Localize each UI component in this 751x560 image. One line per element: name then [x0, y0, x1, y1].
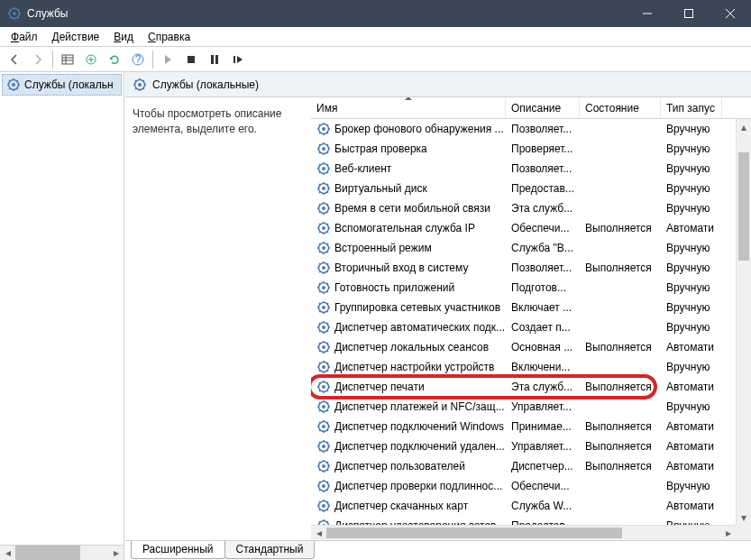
service-start: Вручную — [661, 162, 722, 175]
gear-icon — [316, 161, 331, 176]
table-row[interactable]: Диспетчер печатиЭта служб...ВыполняетсяА… — [311, 377, 751, 397]
table-row[interactable]: Диспетчер локальных сеансовОсновная ...В… — [311, 337, 751, 357]
table-row[interactable]: Группировка сетевых участниковВключает .… — [311, 298, 751, 317]
menu-action[interactable]: Действие — [45, 29, 107, 45]
tree-hscrollbar[interactable]: ◂▸ — [0, 545, 124, 560]
help-button[interactable]: ? — [127, 49, 149, 70]
service-desc: Эта служб... — [506, 381, 580, 393]
table-row[interactable]: Диспетчер подключений WindowsПринимае...… — [311, 417, 751, 436]
gear-icon — [316, 142, 331, 156]
panel-title: Службы (локальные) — [152, 78, 259, 91]
show-hide-tree-button[interactable] — [57, 49, 78, 70]
service-name: Виртуальный диск — [334, 182, 427, 195]
services-vscrollbar[interactable]: ▴▾ — [736, 119, 751, 525]
svg-text:?: ? — [135, 53, 142, 66]
service-desc: Включает ... — [506, 301, 580, 314]
table-row[interactable]: Вторичный вход в системуПозволяет...Выпо… — [311, 258, 751, 278]
gear-icon — [316, 300, 331, 315]
service-name: Диспетчер автоматических подк... — [334, 321, 505, 334]
service-desc: Основная ... — [506, 341, 580, 353]
service-state: Выполняется — [580, 460, 661, 473]
service-name: Диспетчер подключений Windows — [334, 420, 504, 433]
column-state[interactable]: Состояние — [580, 97, 661, 118]
start-button[interactable] — [157, 49, 179, 70]
tree-pane: Службы (локальн ◂▸ — [0, 72, 124, 560]
service-start: Вручную — [661, 400, 722, 413]
gear-icon — [316, 280, 331, 295]
service-start: Вручную — [661, 301, 722, 314]
table-row[interactable]: Диспетчер платежей и NFC/защ...Управляет… — [311, 397, 751, 417]
table-row[interactable]: Диспетчер подключений удален...Управляет… — [311, 436, 751, 456]
service-start: Вручную — [661, 242, 722, 254]
table-row[interactable]: Готовность приложенийПодготов...Вручную — [311, 278, 751, 298]
column-startup[interactable]: Тип запус — [661, 97, 722, 118]
service-state: Выполняется — [580, 440, 661, 453]
table-row[interactable]: Диспетчер проверки подлиннос...Обеспечи.… — [311, 476, 751, 496]
table-row[interactable]: Веб-клиентПозволяет...Вручную — [311, 159, 751, 179]
details-hint: Чтобы просмотреть описание элемента, выд… — [133, 106, 304, 137]
table-row[interactable]: Время в сети мобильной связиЭта служб...… — [311, 198, 751, 218]
gear-icon — [316, 181, 331, 196]
service-start: Вручную — [661, 361, 722, 373]
restart-button[interactable] — [227, 49, 249, 70]
gear-icon — [316, 122, 331, 136]
service-desc: Управляет... — [506, 440, 580, 453]
gear-icon — [316, 261, 331, 275]
pause-button[interactable] — [204, 49, 225, 70]
back-button[interactable] — [4, 49, 25, 70]
service-name: Готовность приложений — [334, 281, 454, 294]
service-start: Вручную — [661, 281, 722, 294]
service-name: Группировка сетевых участников — [334, 301, 500, 314]
table-row[interactable]: Диспетчер пользователейДиспетчер...Выпол… — [311, 456, 751, 476]
service-desc: Служба W... — [506, 500, 580, 512]
column-name[interactable]: Имя — [311, 97, 506, 118]
service-desc: Эта служб... — [506, 202, 580, 215]
service-name: Время в сети мобильной связи — [334, 202, 490, 215]
service-name: Брокер фонового обнаружения ... — [334, 123, 504, 135]
tab-standard[interactable]: Стандартный — [224, 541, 316, 559]
tab-extended[interactable]: Расширенный — [131, 541, 225, 559]
menu-view[interactable]: Вид — [106, 29, 141, 45]
service-name: Диспетчер проверки подлиннос... — [334, 480, 502, 492]
gear-icon — [316, 479, 331, 493]
table-row[interactable]: Быстрая проверкаПроверяет...Вручную — [311, 139, 751, 159]
service-start: Автомати — [661, 420, 722, 433]
stop-button[interactable] — [180, 49, 202, 70]
tree-root-services[interactable]: Службы (локальн — [2, 74, 122, 96]
forward-button[interactable] — [27, 49, 49, 70]
service-start: Автомати — [661, 222, 722, 234]
service-state: Выполняется — [580, 262, 661, 274]
app-gear-icon — [7, 6, 22, 21]
table-row[interactable]: Вспомогательная служба IPОбеспечи...Выпо… — [311, 218, 751, 238]
service-start: Вручную — [661, 480, 722, 492]
gear-icon — [6, 78, 21, 92]
export-button[interactable] — [80, 49, 102, 70]
menu-file[interactable]: Файл — [4, 29, 45, 45]
minimize-button[interactable] — [627, 0, 668, 27]
menu-help[interactable]: Справка — [141, 29, 197, 45]
table-row[interactable]: Виртуальный дискПредостав...Вручную — [311, 179, 751, 198]
svg-rect-21 — [188, 56, 195, 63]
panel-header: Службы (локальные) — [125, 72, 751, 97]
details-pane: Чтобы просмотреть описание элемента, выд… — [125, 97, 311, 540]
column-description[interactable]: Описание — [506, 97, 580, 118]
gear-icon — [316, 439, 331, 454]
refresh-button[interactable] — [104, 49, 125, 70]
table-row[interactable]: Диспетчер автоматических подк...Создает … — [311, 317, 751, 337]
table-row[interactable]: Брокер фонового обнаружения ...Позволяет… — [311, 119, 751, 139]
table-row[interactable]: Диспетчер настройки устройствВключени...… — [311, 357, 751, 377]
table-row[interactable]: Встроенный режимСлужба "В...Вручную — [311, 238, 751, 258]
service-name: Быстрая проверка — [334, 142, 427, 155]
table-row[interactable]: Диспетчер скачанных картСлужба W...Автом… — [311, 496, 751, 516]
service-desc: Диспетчер... — [506, 460, 580, 473]
close-button[interactable] — [710, 0, 751, 27]
gear-icon — [316, 201, 331, 216]
maximize-button[interactable] — [668, 0, 710, 27]
gear-icon — [316, 221, 331, 235]
gear-icon — [316, 241, 331, 255]
service-start: Автомати — [661, 381, 722, 393]
service-start: Вручную — [661, 262, 722, 274]
gear-icon — [316, 499, 331, 513]
service-desc: Предостав... — [506, 182, 580, 195]
services-hscrollbar[interactable]: ◂▸ — [311, 525, 736, 540]
